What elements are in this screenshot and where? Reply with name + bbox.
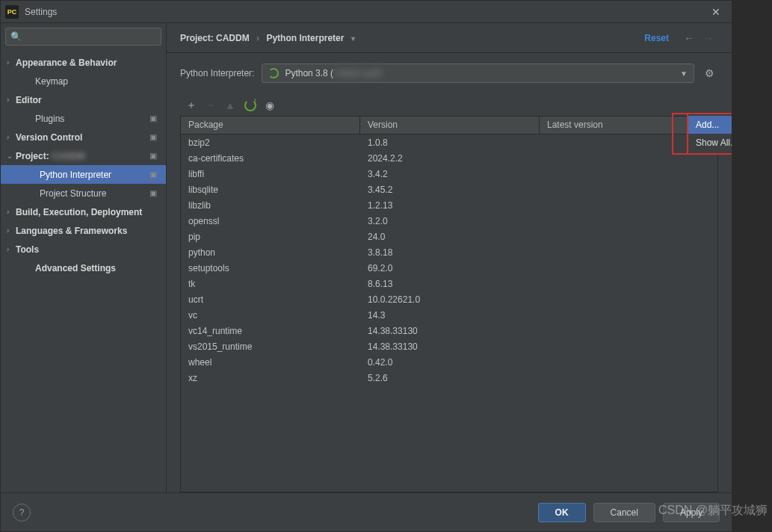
sidebar-item-advanced-settings[interactable]: Advanced Settings <box>1 259 166 277</box>
add-package-icon[interactable]: ＋ <box>186 99 197 112</box>
sidebar-item-label: Tools <box>16 244 160 255</box>
project-scope-icon: ▣ <box>149 188 160 198</box>
chevron-down-icon: ▼ <box>680 69 688 78</box>
table-row[interactable]: vc14.3 <box>181 307 717 323</box>
cell-latest <box>540 282 717 285</box>
table-row[interactable]: ucrt10.0.22621.0 <box>181 291 717 307</box>
cell-package: vs2015_runtime <box>181 340 360 353</box>
cell-latest <box>540 345 717 348</box>
chevron-icon: › <box>7 245 16 253</box>
cell-version: 14.38.33130 <box>360 324 540 338</box>
column-version[interactable]: Version <box>360 117 540 134</box>
cell-version: 0.42.0 <box>360 356 540 369</box>
sidebar-item-label: Advanced Settings <box>35 263 160 273</box>
close-icon[interactable]: ✕ <box>705 6 727 18</box>
help-icon[interactable]: ? <box>13 504 31 522</box>
cell-package: pip <box>181 230 360 244</box>
table-row[interactable]: xz5.2.6 <box>181 370 717 386</box>
cell-latest <box>540 157 717 160</box>
cell-latest <box>540 251 717 254</box>
gear-icon[interactable]: ⚙ <box>700 67 718 79</box>
interpreter-loading-icon <box>268 68 279 78</box>
menu-add-interpreter[interactable]: Add... <box>688 116 732 134</box>
cancel-button[interactable]: Cancel <box>593 503 655 522</box>
cell-version: 10.0.22621.0 <box>360 293 540 306</box>
table-row[interactable]: wheel0.42.0 <box>181 354 717 370</box>
pycharm-icon: PC <box>5 5 19 19</box>
table-row[interactable]: libzlib1.2.13 <box>181 197 717 213</box>
interpreter-label: Python Interpreter: <box>180 68 262 78</box>
cell-latest <box>540 267 717 270</box>
chevron-icon: › <box>7 58 16 66</box>
sidebar-item-version-control[interactable]: ›Version Control▣ <box>1 128 166 146</box>
cell-package: ucrt <box>181 293 360 306</box>
sidebar-item-appearance-behavior[interactable]: ›Appearance & Behavior <box>1 53 166 72</box>
breadcrumb: Project: CADDM › Python Interpreter ▾ <box>180 33 355 43</box>
sidebar-item-project-structure[interactable]: Project Structure▣ <box>1 184 166 202</box>
cell-version: 2024.2.2 <box>360 152 540 165</box>
reset-link[interactable]: Reset <box>644 33 679 43</box>
cell-version: 3.45.2 <box>360 183 540 197</box>
table-row[interactable]: python3.8.18 <box>181 244 717 260</box>
sidebar-item-editor[interactable]: ›Editor <box>1 90 166 109</box>
table-row[interactable]: bzip21.0.8 <box>181 134 717 150</box>
cell-package: vc14_runtime <box>181 324 360 338</box>
interpreter-gear-menu: Add... Show All... <box>687 113 732 155</box>
table-row[interactable]: libffi3.4.2 <box>181 166 717 182</box>
sidebar-item-plugins[interactable]: Plugins▣ <box>1 109 166 128</box>
table-row[interactable]: libsqlite3.45.2 <box>181 182 717 197</box>
table-row[interactable]: openssl3.2.0 <box>181 213 717 229</box>
cell-package: libffi <box>181 167 360 181</box>
sidebar-item-keymap[interactable]: Keymap <box>1 72 166 90</box>
cell-package: bzip2 <box>181 136 360 149</box>
cell-version: 3.8.18 <box>360 246 540 259</box>
chevron-icon: › <box>7 208 16 216</box>
cell-latest <box>540 220 717 223</box>
project-scope-icon: ▣ <box>149 151 160 161</box>
breadcrumb-dropdown-icon[interactable]: ▾ <box>347 34 355 43</box>
sidebar-item-label: Build, Execution, Deployment <box>16 207 160 217</box>
apply-button[interactable]: Apply <box>663 503 720 522</box>
sidebar-item-label: Appearance & Behavior <box>16 58 160 68</box>
sidebar-item-build-execution-deployment[interactable]: ›Build, Execution, Deployment <box>1 202 166 221</box>
menu-show-all[interactable]: Show All... <box>688 134 732 152</box>
ok-button[interactable]: OK <box>538 503 586 522</box>
table-row[interactable]: ca-certificates2024.2.2 <box>181 150 717 166</box>
sidebar-item-project-[interactable]: ⌄Project: CADDM▣ <box>1 146 166 165</box>
breadcrumb-page: Python Interpreter <box>266 33 344 43</box>
breadcrumb-project-name: CADDM <box>216 33 250 43</box>
dialog-footer: ? OK Cancel Apply <box>1 492 732 531</box>
cell-latest <box>540 377 717 380</box>
content-header: Project: CADDM › Python Interpreter ▾ Re… <box>167 23 732 53</box>
cell-latest <box>540 361 717 364</box>
chevron-icon: › <box>7 226 16 235</box>
upgrade-package-icon: ▲ <box>225 99 235 111</box>
table-row[interactable]: tk8.6.13 <box>181 276 717 291</box>
sidebar-item-tools[interactable]: ›Tools <box>1 240 166 259</box>
cell-version: 1.0.8 <box>360 136 540 149</box>
interpreter-combobox[interactable]: Python 3.8 ( hidden-path ▼ <box>262 64 694 83</box>
table-row[interactable]: vs2015_runtime14.38.33130 <box>181 338 717 354</box>
show-early-releases-icon[interactable]: ◉ <box>265 99 274 111</box>
sidebar-item-label: Plugins <box>35 114 149 124</box>
column-package[interactable]: Package <box>181 117 360 134</box>
sidebar-item-languages-frameworks[interactable]: ›Languages & Frameworks <box>1 221 166 240</box>
chevron-icon: ⌄ <box>7 152 16 160</box>
sidebar-item-label: Editor <box>16 95 160 105</box>
table-row[interactable]: setuptools69.2.0 <box>181 260 717 276</box>
cell-package: libzlib <box>181 199 360 212</box>
search-box[interactable]: 🔍 <box>5 28 161 46</box>
cell-latest <box>540 330 717 332</box>
sidebar-item-python-interpreter[interactable]: Python Interpreter▣ <box>1 165 166 184</box>
table-row[interactable]: pip24.0 <box>181 229 717 244</box>
cell-package: setuptools <box>181 262 360 275</box>
cell-latest <box>540 235 717 238</box>
sidebar-item-label: Version Control <box>16 132 149 143</box>
nav-back-icon[interactable]: ← <box>679 32 699 44</box>
sidebar-item-label: Languages & Frameworks <box>16 226 160 236</box>
settings-sidebar: 🔍 ›Appearance & BehaviorKeymap›EditorPlu… <box>1 23 167 492</box>
reload-packages-icon[interactable] <box>244 99 256 111</box>
settings-tree: ›Appearance & BehaviorKeymap›EditorPlugi… <box>1 50 166 492</box>
search-input[interactable] <box>22 31 156 42</box>
table-row[interactable]: vc14_runtime14.38.33130 <box>181 323 717 338</box>
